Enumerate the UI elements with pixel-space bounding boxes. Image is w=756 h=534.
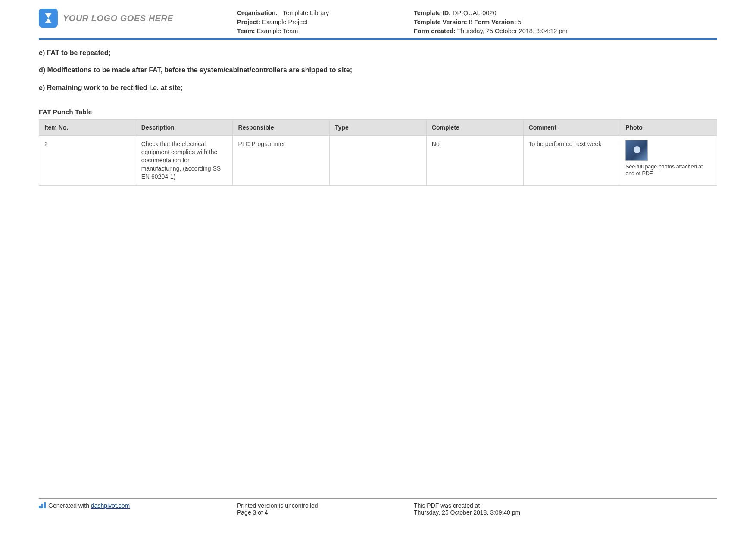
table-header-row: Item No. Description Responsible Type Co… [39, 120, 717, 136]
team-label: Team: [237, 28, 255, 34]
footer-center: Printed version is uncontrolled Page 3 o… [237, 502, 414, 516]
cell-description: Check that the electrical equipment comp… [136, 136, 233, 185]
printed-line: Printed version is uncontrolled [237, 502, 414, 509]
header-meta-right: Template ID: DP-QUAL-0020 Template Versi… [409, 9, 717, 36]
th-responsible: Responsible [233, 120, 330, 136]
form-created-label: Form created: [414, 28, 456, 34]
created-label: This PDF was created at [414, 502, 717, 509]
footer-left: Generated with dashpivot.com [39, 502, 237, 516]
bars-icon [39, 502, 46, 508]
logo-block: YOUR LOGO GOES HERE [39, 9, 233, 28]
photo-thumbnail-icon [625, 140, 648, 161]
generated-prefix: Generated with [48, 502, 91, 509]
th-type: Type [330, 120, 427, 136]
cell-responsible: PLC Programmer [233, 136, 330, 185]
organisation-label: Organisation: [237, 9, 278, 16]
th-item-no: Item No. [39, 120, 136, 136]
generated-link[interactable]: dashpivot.com [91, 502, 130, 509]
team-value: Example Team [257, 28, 298, 34]
table-row: 2 Check that the electrical equipment co… [39, 136, 717, 185]
body-line-d: d) Modifications to be made after FAT, b… [39, 65, 717, 75]
form-version-label: Form Version: [474, 19, 516, 25]
logo-placeholder-text: YOUR LOGO GOES HERE [63, 13, 173, 23]
table-title: FAT Punch Table [39, 108, 717, 116]
form-created-value: Thursday, 25 October 2018, 3:04:12 pm [457, 28, 567, 34]
cell-complete: No [426, 136, 523, 185]
template-version-value: 8 [469, 19, 472, 25]
created-value: Thursday, 25 October 2018, 3:09:40 pm [414, 509, 717, 516]
cell-photo: See full page photos attached at end of … [620, 136, 717, 185]
page-line: Page 3 of 4 [237, 509, 414, 516]
body-line-e: e) Remaining work to be rectified i.e. a… [39, 83, 717, 93]
template-id-value: DP-QUAL-0020 [453, 9, 497, 16]
form-version-value: 5 [518, 19, 522, 25]
cell-item-no: 2 [39, 136, 136, 185]
document-footer: Generated with dashpivot.com Printed ver… [39, 498, 717, 516]
th-photo: Photo [620, 120, 717, 136]
document-header: YOUR LOGO GOES HERE Organisation: Templa… [39, 9, 717, 40]
cell-type [330, 136, 427, 185]
th-description: Description [136, 120, 233, 136]
cell-comment: To be performed next week [523, 136, 620, 185]
header-meta-left: Organisation: Template Library Project: … [233, 9, 409, 36]
organisation-value: Template Library [283, 9, 329, 16]
th-comment: Comment [523, 120, 620, 136]
fat-punch-table: Item No. Description Responsible Type Co… [39, 119, 717, 185]
template-version-label: Template Version: [414, 19, 467, 25]
photo-note: See full page photos attached at end of … [625, 163, 712, 177]
project-value: Example Project [262, 19, 308, 25]
footer-right: This PDF was created at Thursday, 25 Oct… [414, 502, 717, 516]
project-label: Project: [237, 19, 260, 25]
logo-icon [39, 9, 58, 28]
body-line-c: c) FAT to be repeated; [39, 48, 717, 58]
th-complete: Complete [426, 120, 523, 136]
template-id-label: Template ID: [414, 9, 451, 16]
